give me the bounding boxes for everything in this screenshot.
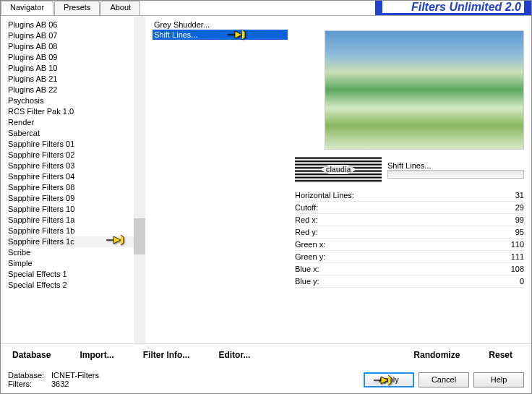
filter-category-panel: Plugins AB 06Plugins AB 07Plugins AB 08P… [1,16,145,343]
tab-navigator[interactable]: Navigator [1,1,53,15]
parameter-list: Horizontal Lines:31Cutoff:29Red x:99Red … [295,189,524,288]
category-item[interactable]: Sapphire Filters 02 [8,150,134,160]
category-item[interactable]: Special Effects 1 [8,269,134,280]
param-row[interactable]: Blue x:108 [295,263,524,275]
param-value: 0 [495,277,524,286]
tab-presets[interactable]: Presets [54,1,100,15]
param-name: Green x: [295,240,495,249]
param-row[interactable]: Green y:111 [295,251,524,263]
progress-label: Shift Lines... [387,161,524,170]
category-item[interactable]: RCS Filter Pak 1.0 [8,106,134,117]
param-name: Red x: [295,215,495,224]
app-title: Filters Unlimited 2.0 [141,1,531,15]
reset-button[interactable]: Reset [484,348,517,359]
tab-about[interactable]: About [100,1,140,15]
status-text: Database:ICNET-Filters Filters:3632 [8,371,99,388]
param-row[interactable]: Red x:99 [295,214,524,226]
param-row[interactable]: Blue y:0 [295,275,524,288]
category-item[interactable]: Plugins AB 06 [8,20,134,30]
category-item[interactable]: Psychosis [8,95,134,106]
category-item[interactable]: Sapphire Filters 08 [8,182,134,193]
param-value: 110 [495,240,524,249]
param-name: Cutoff: [295,203,495,212]
category-item[interactable]: Render [8,117,134,128]
filter-info-button[interactable]: Filter Info... [139,348,194,359]
category-item[interactable]: Simple [8,258,134,269]
brand-logo: claudia [295,157,382,182]
category-item[interactable]: Sapphire Filters 10 [8,204,134,215]
apply-button[interactable]: Apply [364,372,414,387]
footer: Database:ICNET-Filters Filters:3632 Appl… [1,367,531,393]
scrollbar[interactable] [134,16,145,343]
tabs: Navigator Presets About [1,1,141,15]
param-name: Red y: [295,228,495,236]
category-item[interactable]: Sapphire Filters 09 [8,193,134,204]
category-item[interactable]: Plugins AB 07 [8,30,134,41]
filter-item-grey-shudder[interactable]: Grey Shudder... [153,20,288,30]
help-button[interactable]: Help [473,372,524,387]
param-value: 111 [495,252,524,261]
category-item[interactable]: Sabercat [8,128,134,139]
param-row[interactable]: Horizontal Lines:31 [295,189,524,202]
category-item[interactable]: Sapphire Filters 04 [8,171,134,182]
category-item[interactable]: Special Effects 2 [8,280,134,291]
category-item[interactable]: Sapphire Filters 1c [8,236,134,247]
param-value: 108 [495,265,524,273]
randomize-button[interactable]: Randomize [409,348,464,359]
category-item[interactable]: Sapphire Filters 1b [8,226,134,236]
header: Navigator Presets About Filters Unlimite… [1,1,531,15]
param-name: Green y: [295,252,495,261]
category-item[interactable]: Plugins AB 21 [8,74,134,85]
progress-bar [387,170,524,179]
filter-preview [325,30,524,150]
database-button[interactable]: Database [8,348,55,359]
param-value: 95 [495,228,524,236]
param-name: Horizontal Lines: [295,191,495,200]
action-row: Database Import... Filter Info... Editor… [1,343,531,367]
param-name: Blue y: [295,277,495,286]
editor-button[interactable]: Editor... [214,348,254,359]
category-item[interactable]: Plugins AB 08 [8,41,134,52]
import-button[interactable]: Import... [75,348,118,359]
scrollbar-thumb[interactable] [134,218,145,254]
param-row[interactable]: Cutoff:29 [295,202,524,214]
category-item[interactable]: Sapphire Filters 03 [8,160,134,171]
filter-category-list[interactable]: Plugins AB 06Plugins AB 07Plugins AB 08P… [1,16,134,343]
param-row[interactable]: Red y:95 [295,226,524,239]
category-item[interactable]: Plugins AB 22 [8,85,134,95]
preview-panel: claudia Shift Lines... Horizontal Lines:… [291,16,531,343]
category-item[interactable]: Plugins AB 10 [8,63,134,74]
param-row[interactable]: Green x:110 [295,239,524,251]
category-item[interactable]: Sapphire Filters 01 [8,139,134,150]
filter-list-panel: Grey Shudder... Shift Lines... [145,16,291,343]
category-item[interactable]: Scribe [8,247,134,258]
param-value: 29 [495,203,524,212]
category-item[interactable]: Plugins AB 09 [8,52,134,63]
param-value: 99 [495,215,524,224]
param-value: 31 [495,191,524,200]
cancel-button[interactable]: Cancel [419,372,469,387]
category-item[interactable]: Sapphire Filters 1a [8,215,134,226]
filter-item-shift-lines[interactable]: Shift Lines... [153,30,288,40]
param-name: Blue x: [295,265,495,273]
